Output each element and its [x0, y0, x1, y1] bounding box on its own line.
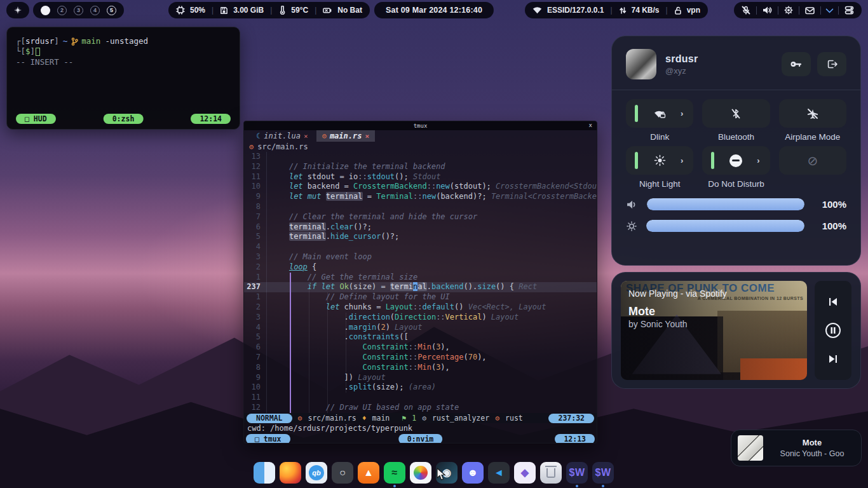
lock-keys-button[interactable]: [782, 52, 811, 76]
chevron-right-icon: ›: [681, 156, 683, 165]
tab-init-lua[interactable]: ☾ init.lua ×: [250, 130, 314, 142]
gear-icon[interactable]: [784, 6, 793, 15]
vpn-label: vpn: [687, 6, 700, 15]
mail-icon[interactable]: [805, 6, 815, 15]
dock-item-spotify[interactable]: ≈: [384, 462, 405, 484]
filetype: rust: [505, 414, 523, 423]
brightness-slider[interactable]: [646, 220, 804, 232]
workspace-2[interactable]: 2: [57, 6, 67, 15]
code-line[interactable]: 1 // Define layout for the UI: [244, 292, 597, 302]
code-line[interactable]: 3 .direction(Direction::Vertical) Layout: [244, 313, 597, 323]
code-line[interactable]: 3 // Main event loop: [244, 252, 597, 262]
code-line[interactable]: 6 terminal.clear()?;: [244, 222, 597, 233]
tab-close-icon[interactable]: ×: [365, 132, 369, 140]
dock-item-vscode[interactable]: ◄: [488, 462, 510, 484]
code-line[interactable]: 7 Constraint::Percentage(70),: [244, 353, 597, 363]
editor-window[interactable]: tmux x ☾ init.lua × ⚙ main.rs × ⚙ src/ma…: [243, 121, 597, 444]
terminal-window[interactable]: ┌[srdusr] ~ main -unstaged └[$] -- INSER…: [6, 27, 240, 130]
tmux-session-name[interactable]: □ tmux: [246, 434, 290, 444]
code-line[interactable]: 10 .split(size); (area): [244, 383, 597, 393]
temperature: 59°C: [291, 6, 308, 15]
toggle-bluetooth[interactable]: [702, 99, 770, 128]
pause-button[interactable]: [824, 321, 843, 340]
code-line[interactable]: 10 let backend = CrosstermBackend::new(s…: [244, 182, 597, 192]
tmux-window-zsh[interactable]: 0:zsh: [104, 114, 144, 124]
toggles-icon[interactable]: [844, 6, 854, 15]
tab-close-icon[interactable]: ×: [304, 132, 308, 140]
dock-item-obsidian[interactable]: ◆: [514, 462, 536, 484]
line-number: 2: [244, 302, 267, 313]
photos-icon: [414, 466, 428, 480]
toggle-wifi-dlink[interactable]: ›: [626, 99, 693, 128]
line-number: 8: [244, 363, 267, 373]
git-branch-icon: ♦: [362, 414, 367, 423]
launcher-button[interactable]: [6, 2, 29, 18]
vlc-icon: ▲: [363, 468, 374, 478]
toggle-airplane-mode[interactable]: [779, 99, 846, 128]
volume-icon[interactable]: [763, 6, 772, 15]
code-line[interactable]: 11 let stdout = io::stdout(); Stdout: [244, 172, 597, 182]
code-line[interactable]: 12 // Draw UI based on app state: [244, 403, 597, 413]
code-line[interactable]: 11: [244, 393, 597, 403]
code-line[interactable]: 237 if let Ok(size) = terminal.backend()…: [244, 282, 597, 292]
dock-item-qbittorrent[interactable]: qb: [306, 462, 327, 484]
dock-item-vlc[interactable]: ▲: [358, 462, 379, 484]
volume-slider[interactable]: [647, 198, 804, 210]
code-line[interactable]: 9 let mut terminal = Terminal::new(backe…: [244, 192, 597, 202]
workspace-1[interactable]: [41, 6, 50, 15]
code-line[interactable]: 7 // Clear the terminal and hide the cur…: [244, 212, 597, 222]
dock-item-photos[interactable]: [410, 462, 431, 484]
toggle-disabled[interactable]: ⊘: [779, 146, 846, 175]
tab-main-rs[interactable]: ⚙ main.rs ×: [316, 130, 375, 142]
code-line[interactable]: 4 .margin(2) Layout: [244, 323, 597, 333]
dock-item-trash[interactable]: [540, 462, 562, 484]
code-line[interactable]: 1 // Get the terminal size: [244, 273, 597, 283]
close-button[interactable]: x: [589, 122, 592, 128]
code-line[interactable]: 12 // Initialize the terminal backend: [244, 162, 597, 172]
toggle-label: Bluetooth: [718, 132, 754, 142]
toggle-night-light[interactable]: ›: [626, 146, 693, 175]
logout-button[interactable]: [817, 52, 846, 76]
rust-icon: ⚙: [322, 132, 327, 140]
dock-item-firefox[interactable]: [280, 462, 301, 484]
chevron-down-icon[interactable]: [825, 5, 834, 13]
code-line[interactable]: 2 let chunks = Layout::default() Vec<Rec…: [244, 302, 597, 313]
code-line[interactable]: 8: [244, 202, 597, 212]
network-group[interactable]: ESSID/127.0.0.1 | 74 KB/s | vpn: [525, 2, 708, 18]
code-line[interactable]: 9 ]) Layout: [244, 373, 597, 383]
code-line[interactable]: 2 loop {: [244, 262, 597, 273]
vi-mode-indicator: -- INSERT --: [16, 57, 231, 67]
code-line[interactable]: 8 Constraint::Min(3),: [244, 363, 597, 373]
workspace-4[interactable]: 4: [90, 6, 100, 15]
code-line[interactable]: 4: [244, 242, 597, 252]
tmux-window-nvim[interactable]: 0:nvim: [398, 434, 443, 444]
dock-item-sw[interactable]: $W: [566, 462, 588, 484]
previous-track-button[interactable]: [824, 292, 843, 311]
running-indicator: [602, 485, 604, 487]
memory-icon: [220, 6, 228, 15]
workspace-5[interactable]: 5: [107, 6, 116, 15]
tmux-statusbar: □ HUD 0:zsh 12:14: [16, 114, 231, 124]
notification-toast[interactable]: Mote Sonic Youth - Goo: [731, 430, 862, 466]
brightness-icon: [626, 220, 637, 232]
tmux-session-name[interactable]: □ HUD: [16, 114, 56, 124]
next-track-button[interactable]: [824, 349, 843, 369]
dock-item-files[interactable]: [254, 462, 275, 484]
dock-item-obs[interactable]: ○: [332, 462, 353, 484]
code-area[interactable]: 1312 // Initialize the terminal backend1…: [244, 152, 597, 413]
window-titlebar[interactable]: tmux x: [244, 121, 597, 130]
logout-icon: [827, 59, 837, 69]
toggle-do-not-disturb[interactable]: ›: [702, 146, 770, 175]
clock[interactable]: Sat 09 Mar 2024 12:16:40: [374, 2, 494, 18]
chevron-right-icon: ›: [757, 156, 759, 165]
line-number: 7: [244, 353, 267, 363]
code-line[interactable]: 13: [244, 152, 597, 162]
dock-item-discord[interactable]: ☻: [462, 462, 484, 484]
code-line[interactable]: 6 Constraint::Min(3),: [244, 342, 597, 353]
microphone-muted-icon[interactable]: [742, 6, 750, 15]
code-line[interactable]: 5 .constraints([: [244, 332, 597, 342]
dock-item-sw[interactable]: $W: [592, 462, 614, 484]
workspace-3[interactable]: 3: [74, 6, 83, 15]
code-line[interactable]: 5 terminal.hide_cursor()?;: [244, 232, 597, 242]
network-speed-icon: [619, 6, 627, 15]
